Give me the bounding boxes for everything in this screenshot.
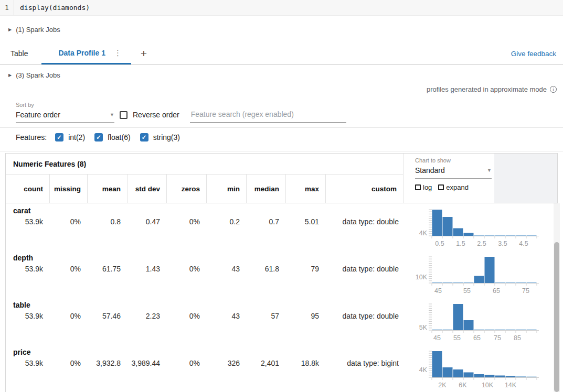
filter-string[interactable]: ✓ string(3)	[140, 133, 180, 141]
stat-cell-max: 18.8k	[285, 359, 325, 367]
string-checkbox[interactable]: ✓	[140, 133, 148, 141]
vertical-scrollbar[interactable]	[554, 203, 560, 392]
int-checkbox[interactable]: ✓	[55, 133, 63, 141]
column-header-row: count missing mean std dev zeros min med…	[6, 175, 403, 203]
stat-cell-min: 43	[206, 265, 246, 273]
svg-text:14K: 14K	[505, 382, 517, 389]
add-tab-button[interactable]: +	[131, 42, 156, 64]
chevron-down-icon: ▼	[110, 112, 114, 117]
stat-cell-custom: data type: double	[325, 312, 403, 320]
filter-float[interactable]: ✓ float(6)	[94, 133, 131, 141]
feature-name: depth	[6, 254, 403, 264]
numeric-features-table: Numeric Features (8) count missing mean …	[5, 153, 558, 392]
code-cell[interactable]: 1 display(diamonds)	[0, 0, 563, 16]
histogram-table: 5K4555657585	[410, 300, 551, 342]
svg-text:4.5: 4.5	[519, 240, 528, 247]
features-label: Features:	[16, 133, 47, 141]
svg-text:3.5: 3.5	[498, 240, 507, 247]
col-header-stddev: std dev	[127, 175, 166, 203]
info-icon[interactable]: i	[550, 86, 557, 93]
give-feedback-link[interactable]: Give feedback	[511, 42, 556, 64]
svg-text:6K: 6K	[459, 382, 467, 389]
sort-by-select[interactable]: Sort by Feature order ▼	[16, 102, 114, 123]
col-header-median: median	[246, 175, 285, 203]
svg-text:10K: 10K	[482, 382, 494, 389]
reverse-order-label: Reverse order	[133, 111, 179, 119]
stat-cell-zeros: 0%	[166, 265, 206, 273]
svg-text:65: 65	[473, 334, 481, 342]
collapse-triangle-icon: ▶	[8, 73, 12, 78]
code-text[interactable]: display(diamonds)	[14, 0, 90, 15]
expand-checkbox[interactable]	[438, 184, 444, 190]
svg-text:5K: 5K	[419, 324, 428, 331]
spark-jobs-inner-label: (3) Spark Jobs	[16, 71, 60, 79]
tab-data-profile-label: Data Profile 1	[58, 49, 105, 57]
reverse-order-checkbox[interactable]	[120, 111, 128, 119]
line-number: 1	[0, 0, 14, 15]
stat-cell-median: 2,401	[246, 359, 285, 367]
chart-cell: 4K0.51.52.53.54.5	[403, 203, 557, 251]
stat-cell-custom: data type: double	[325, 265, 403, 273]
chart-cell: 5K4555657585	[403, 298, 557, 345]
feature-search-input[interactable]	[190, 110, 346, 123]
histogram-price: 4K2K6K10K14K	[410, 347, 551, 389]
stat-cell-std dev: 3,989.44	[127, 359, 166, 367]
tab-data-profile[interactable]: Data Profile 1 ⋮	[41, 42, 131, 64]
stat-cell-median: 61.8	[246, 265, 285, 273]
stat-cell-zeros: 0%	[166, 217, 206, 226]
stat-cell-std dev: 1.43	[127, 265, 166, 273]
table-title: Numeric Features (8)	[6, 154, 403, 175]
feature-name: price	[6, 348, 403, 358]
stat-cell-std dev: 2.23	[127, 312, 166, 320]
svg-text:4K: 4K	[419, 230, 428, 237]
stat-cell-missing: 0%	[49, 217, 87, 226]
chart-to-show-label: Chart to show	[415, 157, 494, 164]
spark-jobs-outer-toggle[interactable]: ▶ (1) Spark Jobs	[0, 24, 563, 35]
chevron-down-icon: ▼	[487, 168, 492, 173]
histogram-depth: 10K45556575	[410, 253, 551, 295]
profile-table-body: carat53.9k0%0.80.470%0.20.75.01data type…	[6, 203, 557, 392]
svg-text:4K: 4K	[419, 366, 428, 374]
col-header-mean: mean	[87, 175, 127, 203]
approx-mode-note: profiles generated in approximate mode i	[0, 84, 563, 94]
stat-cell-mean: 57.46	[87, 312, 127, 320]
stat-cell-mean: 61.75	[87, 265, 127, 273]
svg-text:2.5: 2.5	[477, 240, 486, 247]
collapse-triangle-icon: ▶	[8, 27, 12, 32]
stat-cell-custom: data type: bigint	[325, 359, 403, 367]
stat-cell-median: 0.7	[246, 217, 285, 226]
stat-cell-max: 5.01	[285, 217, 325, 226]
expand-toggle[interactable]: expand	[438, 183, 469, 191]
stat-cell-zeros: 0%	[166, 312, 206, 320]
svg-text:10K: 10K	[416, 274, 428, 281]
chart-header-cell: Chart to show Standard ▼ log expand	[403, 154, 557, 203]
float-checkbox[interactable]: ✓	[94, 133, 103, 141]
spark-jobs-outer-label: (1) Spark Jobs	[16, 26, 60, 34]
svg-text:75: 75	[522, 287, 529, 295]
scrollbar-thumb[interactable]	[554, 242, 559, 392]
spark-jobs-inner-toggle[interactable]: ▶ (3) Spark Jobs	[0, 70, 563, 80]
svg-text:85: 85	[514, 334, 521, 342]
stat-cell-custom: data type: double	[325, 217, 403, 226]
result-tab-bar: Table Data Profile 1 ⋮ + Give feedback	[0, 42, 563, 65]
svg-text:75: 75	[494, 334, 501, 342]
feature-row-carat: carat53.9k0%0.80.470%0.20.75.01data type…	[6, 203, 557, 251]
stat-cell-count: 53.9k	[6, 359, 49, 367]
tab-table[interactable]: Table	[0, 42, 41, 64]
feature-row-price: price53.9k0%3,932.83,989.440%3262,40118.…	[6, 345, 557, 392]
chart-cell: 4K2K6K10K14K	[403, 345, 557, 392]
log-checkbox[interactable]	[415, 184, 421, 190]
filter-int[interactable]: ✓ int(2)	[55, 133, 85, 141]
chart-type-select[interactable]: Standard ▼	[415, 166, 492, 179]
stat-cell-zeros: 0%	[166, 359, 206, 367]
chart-cell: 10K45556575	[403, 251, 557, 298]
stat-cell-missing: 0%	[49, 359, 87, 367]
feature-row-table: table53.9k0%57.462.230%435795data type: …	[6, 298, 557, 345]
kebab-menu-icon[interactable]: ⋮	[114, 48, 122, 58]
col-header-min: min	[206, 175, 246, 203]
svg-text:0.5: 0.5	[435, 240, 444, 247]
svg-text:1.5: 1.5	[456, 240, 465, 247]
log-toggle[interactable]: log	[415, 183, 432, 191]
stat-cell-mean: 3,932.8	[87, 359, 127, 367]
col-header-count: count	[6, 175, 49, 203]
